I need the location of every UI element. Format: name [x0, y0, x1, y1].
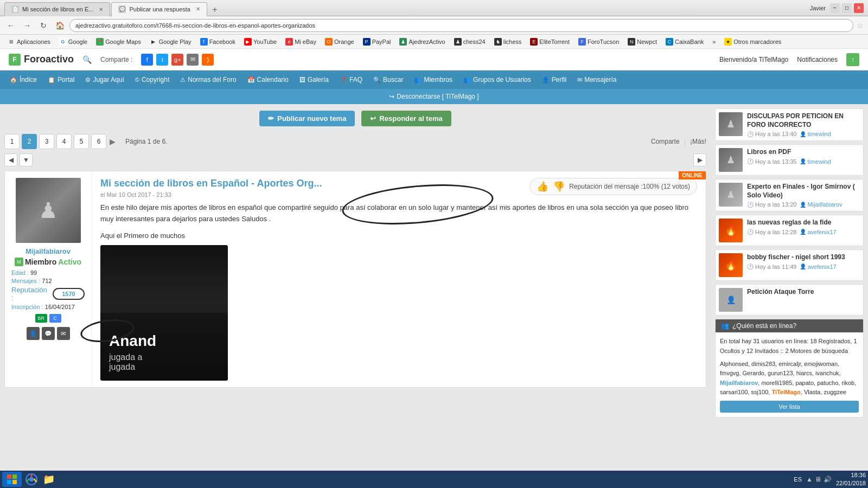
thumbs-up-icon[interactable]: 👍 [537, 181, 548, 192]
nav-grupos[interactable]: 👥 Grupos de Usuarios [459, 74, 535, 86]
tab-close-2[interactable]: ✕ [196, 6, 200, 12]
browser-tab-2[interactable]: 💬 Publicar una respuesta ✕ [111, 2, 207, 16]
next-page-arrow[interactable]: ▶ [108, 137, 117, 146]
taskbar-clock: 18:36 22/01/2018 [836, 471, 866, 488]
bm-chess24[interactable]: ♟ chess24 [451, 37, 489, 47]
header-search-icon[interactable]: 🔍 [82, 55, 92, 64]
recent-post-6[interactable]: 👤 Petición Ataque Torre [715, 284, 864, 316]
left-arrow-button[interactable]: ◀ [4, 153, 17, 166]
disconnect-button[interactable]: ↪ Desconectarse [ TiTelMago ] [389, 93, 478, 100]
recent-post-3[interactable]: ♟ Experto en Finales - Igor Smirnov ( So… [715, 179, 864, 211]
username[interactable]: Mijailfabiarov [25, 247, 71, 255]
nav-portal[interactable]: 📋 Portal [43, 74, 79, 86]
recent-user-4: 👤 avefenix17 [800, 229, 836, 235]
address-input[interactable]: ajedrezactivo.gratuitoforo.com/t7668-mi-… [69, 19, 853, 32]
mensajeria-icon: ✉ [577, 76, 582, 84]
bm-forotucson[interactable]: F ForoTucson [575, 37, 622, 47]
recent-time-3: 🕐 Hoy a las 13:20 [747, 201, 796, 208]
publish-new-button[interactable]: ✏ Publicar nuevo tema [259, 111, 355, 126]
bm-youtube[interactable]: ▶ YouTube [241, 37, 280, 47]
header-right: Bienvenido/a TiTelMago Notificaciones ↑ [719, 53, 859, 66]
bm-ajedrez[interactable]: ♟ AjedrezActivo [396, 37, 448, 47]
share-google[interactable]: g+ [171, 54, 183, 66]
taskbar-chrome-icon[interactable] [24, 472, 39, 487]
nav-faq[interactable]: ❓ FAQ [335, 74, 367, 86]
down-arrow-button[interactable]: ▼ [20, 153, 33, 166]
nav-buscar[interactable]: 🔍 Buscar [369, 74, 407, 86]
page-1[interactable]: 1 [4, 134, 20, 149]
user-message-icon[interactable]: 💬 [42, 327, 55, 340]
thumbs-down-icon[interactable]: 👎 [553, 181, 565, 192]
bm-more[interactable]: » [709, 37, 719, 46]
nav-mensajeria[interactable]: ✉ Mensajería [573, 74, 621, 86]
bm-gmaps[interactable]: 📍 Google Maps [93, 37, 144, 47]
bm-orange[interactable]: O Orange [322, 37, 358, 47]
upload-button[interactable]: ↑ [846, 53, 859, 66]
bm-caixa[interactable]: C CaixaBank [662, 37, 707, 47]
close-button[interactable]: ✕ [854, 3, 864, 13]
bm-google[interactable]: G Google [56, 37, 91, 47]
tab-label-2: Publicar una respuesta [129, 6, 190, 12]
taskbar-folder-icon[interactable]: 📁 [41, 472, 56, 487]
back-button[interactable]: ← [4, 19, 17, 32]
foroactivo-logo[interactable]: F Foroactivo [9, 54, 74, 66]
start-button[interactable] [2, 472, 22, 487]
recent-post-4[interactable]: 🔥 las nuevas reglas de la fide 🕐 Hoy a l… [715, 215, 864, 246]
bm-facebook[interactable]: f Facebook [197, 37, 239, 47]
bm-elite[interactable]: E EliteTorrent [527, 37, 573, 47]
page-6[interactable]: 6 [91, 134, 106, 149]
new-tab-button[interactable]: + [208, 3, 221, 16]
user-profile-icon[interactable]: 👤 [27, 327, 40, 340]
online-users-list: Alphonsed, dimis283, emircaljr, emojiwom… [720, 359, 859, 397]
bm-ebay[interactable]: e Mi eBay [282, 37, 320, 47]
nav-perfil[interactable]: 👤 Perfil [538, 74, 571, 86]
minimize-button[interactable]: − [830, 3, 840, 13]
page-3[interactable]: 3 [39, 134, 54, 149]
page-2[interactable]: 2 [22, 134, 37, 149]
nav-jugar[interactable]: ⚙ Jugar Aquí [81, 74, 128, 86]
recent-post-5[interactable]: 🔥 bobby fischer - nigel short 1993 🕐 Hoy… [715, 249, 864, 281]
tab-close-1[interactable]: ✕ [99, 7, 103, 12]
bm-gplay[interactable]: ▶ Google Play [146, 37, 195, 47]
mas-button[interactable]: ¡Más! [690, 138, 706, 145]
bm-newpct[interactable]: N Newpct [624, 37, 660, 47]
nav-normas[interactable]: ⚠ Normas del Foro [176, 74, 240, 86]
share-twitter[interactable]: t [156, 54, 168, 66]
page-4[interactable]: 4 [56, 134, 72, 149]
forward-button[interactable]: → [21, 19, 34, 32]
publish-reply-button[interactable]: ↩ Responder al tema [361, 111, 451, 126]
share-pagination[interactable]: Comparte [651, 138, 680, 145]
page-5[interactable]: 5 [74, 134, 89, 149]
nav-miembros[interactable]: 👥 Miembros [410, 74, 457, 86]
maximize-button[interactable]: □ [842, 3, 852, 13]
notifications-button[interactable]: Notificaciones [797, 56, 838, 63]
share-rss[interactable]: ) [202, 54, 214, 66]
bm-paypal[interactable]: P PayPal [360, 37, 394, 47]
bm-label-facebook: Facebook [209, 38, 235, 45]
browser-tab-1[interactable]: 📄 Mi sección de libros en E... ✕ [4, 2, 110, 16]
user-email-icon[interactable]: ✉ [57, 327, 70, 340]
reputation-circle[interactable]: 1570 [53, 288, 85, 300]
home-button[interactable]: 🏠 [53, 19, 66, 32]
right-arrow-button[interactable]: ▶ [693, 153, 706, 166]
recent-username-2: timewind [807, 158, 831, 165]
bookmark-star[interactable]: ☆ [857, 21, 864, 30]
nav-copyright[interactable]: © Copyright [131, 74, 174, 86]
google-icon: G [59, 38, 67, 46]
recent-post-2[interactable]: ♟ Libros en PDF 🕐 Hoy a las 13:35 👤 time… [715, 144, 864, 176]
nav-indice[interactable]: 🏠 Índice [5, 74, 41, 86]
nav-galeria[interactable]: 🖼 Galería [295, 74, 333, 86]
bm-otros[interactable]: ★ Otros marcadores [721, 37, 784, 47]
online-header-text: ¿Quién está en línea? [732, 322, 796, 330]
nav-calendario[interactable]: 📅 Calendario [243, 74, 293, 86]
recent-post-1[interactable]: ♟ DISCULPAS POR PETICION EN FORO INCORRE… [715, 108, 864, 141]
recent-avatar-placeholder-3: ♟ [719, 183, 743, 207]
ver-lista-button[interactable]: Ver lista [720, 401, 859, 413]
reload-button[interactable]: ↻ [37, 19, 50, 32]
share-facebook[interactable]: f [141, 54, 153, 66]
bm-aplicaciones[interactable]: ⊞ Aplicaciones [4, 37, 54, 47]
recent-avatar-4: 🔥 [719, 219, 743, 242]
bm-lichess[interactable]: ♞ lichess [491, 37, 525, 47]
user-age-row: Edad : 99 [11, 269, 37, 276]
share-mail[interactable]: ✉ [187, 54, 199, 66]
